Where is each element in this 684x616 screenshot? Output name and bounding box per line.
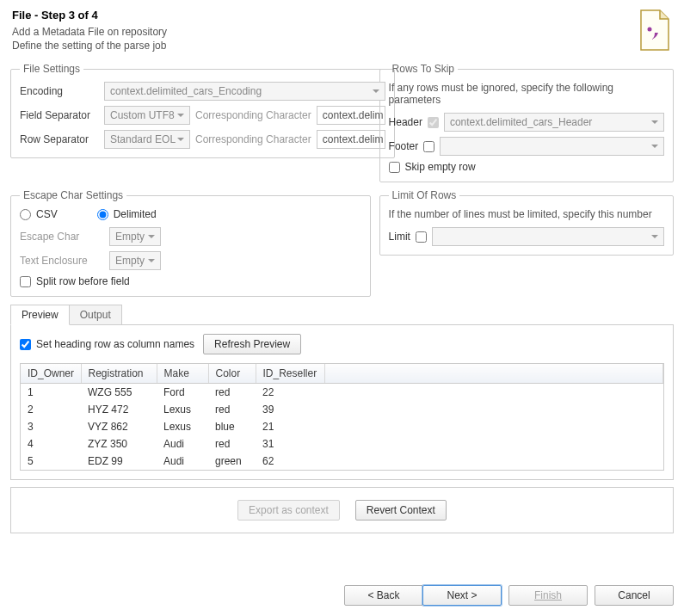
encoding-label: Encoding xyxy=(20,85,99,97)
footer-skip-label: Footer xyxy=(389,140,419,152)
column-header[interactable]: Registration xyxy=(81,364,157,384)
table-cell: 3 xyxy=(21,418,81,435)
column-header[interactable]: Make xyxy=(157,364,208,384)
skip-empty-row-checkbox[interactable] xyxy=(389,162,400,173)
skip-empty-row-label: Skip empty row xyxy=(405,161,476,173)
table-row[interactable]: 5EDZ 99Audigreen62 xyxy=(21,453,663,470)
split-row-label: Split row before field xyxy=(36,275,130,287)
footer-skip-value-select[interactable] xyxy=(440,137,664,156)
table-cell: 5 xyxy=(21,453,81,470)
context-buttons-panel: Export as context Revert Context xyxy=(10,487,674,533)
preview-table: ID_OwnerRegistrationMakeColorID_Reseller… xyxy=(21,364,663,470)
table-cell: WZG 555 xyxy=(81,384,157,401)
header-skip-value-select[interactable]: context.delimited_cars_Header xyxy=(444,113,664,132)
escape-char-group: Escape Char Settings CSV Delimited Escap… xyxy=(10,189,371,297)
limit-rows-hint: If the number of lines must be limited, … xyxy=(389,208,664,220)
row-separator-label: Row Separator xyxy=(20,133,99,145)
next-button[interactable]: Next > xyxy=(422,585,502,606)
table-cell: 62 xyxy=(256,453,324,470)
text-enclosure-select[interactable]: Empty xyxy=(109,251,161,270)
field-separator-label: Field Separator xyxy=(20,109,99,121)
column-header[interactable]: Color xyxy=(208,364,256,384)
back-button[interactable]: < Back xyxy=(344,585,423,606)
rows-to-skip-hint: If any rows must be ignored, specify the… xyxy=(389,82,664,106)
finish-button[interactable]: Finish xyxy=(508,585,588,606)
refresh-preview-button[interactable]: Refresh Preview xyxy=(203,334,301,354)
table-cell: Audi xyxy=(157,453,208,470)
limit-rows-group: Limit Of Rows If the number of lines mus… xyxy=(379,189,674,256)
table-cell: 4 xyxy=(21,435,81,453)
text-enclosure-label: Text Enclosure xyxy=(20,255,104,267)
page-subtitle-1: Add a Metadata File on repository xyxy=(12,25,672,39)
svg-point-0 xyxy=(648,28,652,32)
rows-to-skip-group: Rows To Skip If any rows must be ignored… xyxy=(379,63,674,182)
table-cell: 31 xyxy=(256,435,324,453)
delimited-radio-label: Delimited xyxy=(114,208,157,220)
table-cell: Lexus xyxy=(157,401,208,418)
escape-char-select[interactable]: Empty xyxy=(109,227,161,246)
table-cell: VYZ 862 xyxy=(81,418,157,435)
file-settings-group: File Settings Encoding context.delimited… xyxy=(10,63,395,158)
encoding-select[interactable]: context.delimited_cars_Encoding xyxy=(104,82,385,101)
column-header[interactable]: ID_Reseller xyxy=(256,364,324,384)
table-cell: 21 xyxy=(256,418,324,435)
limit-rows-legend: Limit Of Rows xyxy=(389,189,460,201)
escape-char-legend: Escape Char Settings xyxy=(20,189,126,201)
table-row[interactable]: 2HYZ 472Lexusred39 xyxy=(21,401,663,418)
table-cell: ZYZ 350 xyxy=(81,435,157,453)
table-cell: EDZ 99 xyxy=(81,453,157,470)
preview-panel: Set heading row as column names Refresh … xyxy=(10,324,674,480)
field-sep-context-input[interactable]: context.delim xyxy=(317,106,385,125)
table-cell: 22 xyxy=(256,384,324,401)
table-cell: green xyxy=(208,453,256,470)
header-skip-label: Header xyxy=(389,116,422,128)
table-cell: red xyxy=(208,384,256,401)
page-title: File - Step 3 of 4 xyxy=(12,9,672,22)
limit-value-select[interactable] xyxy=(432,227,664,246)
table-cell: 1 xyxy=(21,384,81,401)
column-header-filler xyxy=(324,364,663,384)
footer-skip-checkbox[interactable] xyxy=(423,141,434,152)
table-row[interactable]: 1WZG 555Fordred22 xyxy=(21,384,663,401)
export-as-context-button[interactable]: Export as context xyxy=(237,500,340,521)
revert-context-button[interactable]: Revert Context xyxy=(355,500,447,521)
table-cell: Audi xyxy=(157,435,208,453)
table-cell: red xyxy=(208,401,256,418)
delimited-radio[interactable] xyxy=(97,209,108,220)
limit-label: Limit xyxy=(389,231,410,243)
table-cell: red xyxy=(208,435,256,453)
heading-as-columns-label: Set heading row as column names xyxy=(36,338,194,350)
table-cell: 39 xyxy=(256,401,324,418)
row-sep-context-input[interactable]: context.delim xyxy=(317,130,385,149)
limit-checkbox[interactable] xyxy=(416,231,427,243)
csv-radio-label: CSV xyxy=(36,208,58,220)
rows-to-skip-legend: Rows To Skip xyxy=(389,63,458,75)
field-sep-corresponding-label: Corresponding Character xyxy=(195,109,311,121)
row-sep-corresponding-label: Corresponding Character xyxy=(195,133,311,145)
table-cell: blue xyxy=(208,418,256,435)
csv-radio[interactable] xyxy=(20,209,31,220)
row-separator-select[interactable]: Standard EOL xyxy=(104,130,190,149)
file-settings-legend: File Settings xyxy=(20,63,83,75)
cancel-button[interactable]: Cancel xyxy=(595,585,674,606)
table-cell: 2 xyxy=(21,401,81,418)
header-skip-checkbox[interactable] xyxy=(428,117,439,128)
field-separator-select[interactable]: Custom UTF8 xyxy=(104,106,190,125)
file-wizard-icon xyxy=(636,9,672,52)
table-row[interactable]: 3VYZ 862Lexusblue21 xyxy=(21,418,663,435)
tab-preview[interactable]: Preview xyxy=(10,305,70,325)
table-row[interactable]: 4ZYZ 350Audired31 xyxy=(21,435,663,453)
escape-char-label: Escape Char xyxy=(20,231,104,243)
heading-as-columns-checkbox[interactable] xyxy=(20,339,31,350)
table-cell: Ford xyxy=(157,384,208,401)
tab-output[interactable]: Output xyxy=(69,305,122,325)
table-cell: HYZ 472 xyxy=(81,401,157,418)
page-subtitle-2: Define the setting of the parse job xyxy=(12,39,672,52)
column-header[interactable]: ID_Owner xyxy=(21,364,81,384)
split-row-checkbox[interactable] xyxy=(20,276,31,287)
table-cell: Lexus xyxy=(157,418,208,435)
